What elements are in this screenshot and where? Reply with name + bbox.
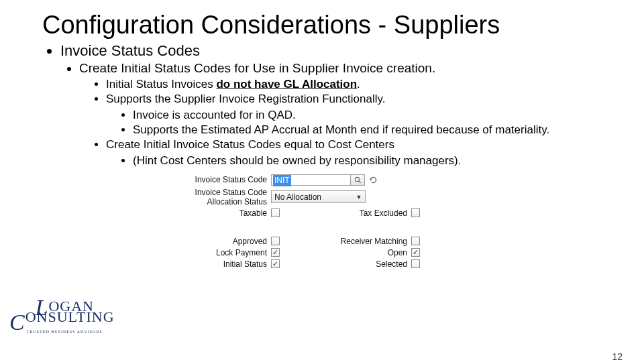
approved-checkbox[interactable] (271, 237, 280, 245)
bullet-l2: Create Initial Status Codes for Use in S… (79, 61, 644, 169)
bullet-l4b: Supports the Estimated AP Accrual at Mon… (133, 123, 644, 137)
bullet-l3c-text: Create Initial Invoice Status Codes equa… (106, 138, 394, 151)
lock-payment-checkbox[interactable]: ✓ (271, 248, 280, 257)
allocation-status-select[interactable]: No Allocation ▼ (271, 190, 366, 203)
label-initial-status: Initial Status (186, 259, 271, 269)
allocation-status-value: No Allocation (274, 192, 321, 202)
receiver-matching-checkbox[interactable] (411, 237, 420, 245)
open-checkbox[interactable]: ✓ (411, 248, 420, 257)
label-invoice-status-code: Invoice Status Code (186, 175, 271, 184)
bullet-l4c: (Hint Cost Centers should be owned by re… (133, 154, 644, 168)
invoice-status-code-input[interactable]: INIT (271, 174, 350, 186)
bullet-l3a: Initial Status Invoices do not have GL A… (106, 77, 644, 92)
svg-point-0 (355, 177, 359, 181)
bullet-l3c: Create Initial Invoice Status Codes equa… (106, 137, 644, 168)
label-lock-payment: Lock Payment (186, 248, 271, 257)
check-icon: ✓ (272, 248, 278, 257)
check-icon: ✓ (413, 248, 419, 257)
selected-checkbox[interactable] (411, 259, 420, 268)
logo-tagline: TRUSTED BUSINESS ADVISORS (15, 330, 115, 334)
form-group-1: Invoice Status Code INIT Invoice Status … (186, 174, 644, 218)
refresh-icon (369, 176, 378, 184)
label-allocation-status: Invoice Status Code Allocation Status (186, 188, 271, 206)
label-approved: Approved (186, 237, 271, 246)
invoice-status-code-value: INIT (273, 175, 291, 186)
lookup-button[interactable] (350, 174, 365, 186)
bullet-l2-text: Create Initial Status Codes for Use in S… (79, 61, 435, 75)
label-selected: Selected (327, 259, 411, 269)
taxable-checkbox[interactable] (271, 208, 280, 217)
logo-line2: ONSULTING (25, 308, 115, 325)
bullet-list: Invoice Status Codes Create Initial Stat… (60, 42, 644, 169)
label-taxable: Taxable (186, 208, 271, 218)
page-number: 12 (612, 351, 623, 362)
bullet-l1-text: Invoice Status Codes (60, 42, 200, 59)
bullet-l3a-emph: do not have GL Allocation (216, 78, 357, 90)
slide: Configuration Considerations - Suppliers… (0, 11, 644, 362)
check-icon: ✓ (272, 259, 278, 268)
slide-title: Configuration Considerations - Suppliers (42, 11, 644, 40)
chevron-down-icon: ▼ (354, 194, 364, 200)
bullet-l3a-pre: Initial Status Invoices (106, 78, 216, 90)
form-group-2: Approved Receiver Matching Lock Payment … (186, 237, 644, 269)
bullet-l3b-text: Supports the Supplier Invoice Registrati… (106, 93, 385, 105)
bullet-l3a-post: . (357, 78, 360, 90)
bullet-l3b: Supports the Supplier Invoice Registrati… (106, 92, 644, 137)
refresh-button[interactable] (369, 176, 378, 184)
logan-consulting-logo: LOGAN CONSULTING TRUSTED BUSINESS ADVISO… (15, 300, 115, 334)
svg-line-1 (358, 180, 360, 182)
initial-status-checkbox[interactable]: ✓ (271, 259, 280, 268)
label-open: Open (327, 248, 411, 257)
bullet-l1: Invoice Status Codes Create Initial Stat… (60, 42, 644, 169)
magnifier-icon (354, 176, 362, 184)
tax-excluded-checkbox[interactable] (411, 208, 420, 217)
bullet-l4a: Invoice is accounted for in QAD. (133, 108, 644, 123)
label-tax-excluded: Tax Excluded (327, 208, 411, 218)
label-receiver-matching: Receiver Matching (327, 237, 411, 246)
